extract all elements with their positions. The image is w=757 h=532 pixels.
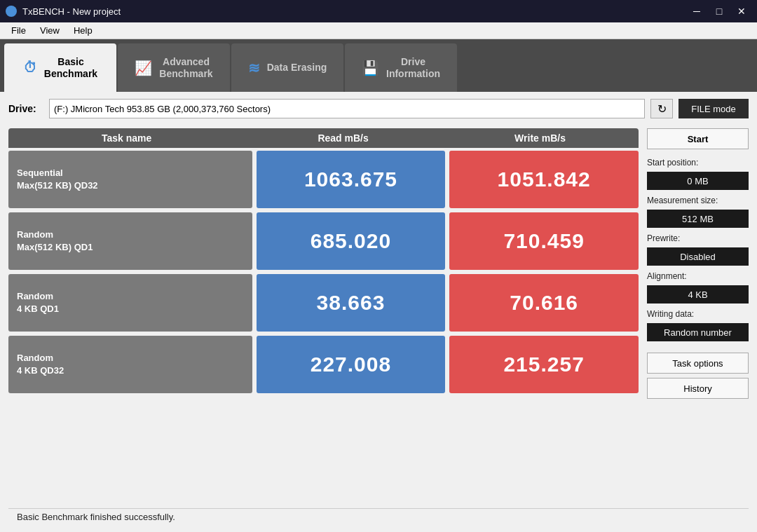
table-row: Random4 KB QD32 227.008 215.257 bbox=[8, 336, 639, 393]
advanced-benchmark-label: AdvancedBenchmark bbox=[159, 56, 212, 80]
write-random-4kb-qd1: 70.616 bbox=[449, 274, 639, 332]
right-panel: Start Start position: 0 MB Measurement s… bbox=[647, 128, 749, 503]
drive-select[interactable]: (F:) JMicron Tech 953.85 GB (2,000,373,7… bbox=[49, 99, 645, 118]
drive-information-label: DriveInformation bbox=[386, 56, 440, 80]
write-random-4kb-qd32: 215.257 bbox=[449, 336, 639, 393]
basic-benchmark-icon: ⏱ bbox=[23, 60, 37, 76]
alignment-value: 4 KB bbox=[647, 285, 749, 303]
toolbar: ⏱ BasicBenchmark 📈 AdvancedBenchmark ≋ D… bbox=[0, 39, 757, 92]
drive-refresh-button[interactable]: ↻ bbox=[650, 99, 673, 118]
task-sequential-qd32: SequentialMax(512 KB) QD32 bbox=[8, 151, 252, 208]
menu-bar: File View Help bbox=[0, 22, 757, 39]
title-bar-controls: ─ □ ✕ bbox=[687, 4, 751, 18]
benchmark-table: Task name Read mB/s Write mB/s Sequentia… bbox=[8, 128, 639, 503]
status-bar: Basic Benchmark finished successfully. bbox=[8, 508, 749, 525]
status-text: Basic Benchmark finished successfully. bbox=[17, 512, 175, 522]
writing-data-value: Random number bbox=[647, 323, 749, 341]
writing-data-label: Writing data: bbox=[647, 309, 749, 319]
menu-view[interactable]: View bbox=[34, 24, 65, 37]
content-area: Drive: (F:) JMicron Tech 953.85 GB (2,00… bbox=[0, 92, 757, 532]
data-erasing-icon: ≋ bbox=[248, 60, 260, 76]
advanced-benchmark-icon: 📈 bbox=[135, 60, 152, 76]
start-position-value: 0 MB bbox=[647, 172, 749, 190]
read-random-512kb-qd1: 685.020 bbox=[257, 212, 446, 270]
menu-file[interactable]: File bbox=[6, 24, 32, 37]
header-read: Read mB/s bbox=[245, 132, 442, 144]
table-row: SequentialMax(512 KB) QD32 1063.675 1051… bbox=[8, 151, 639, 208]
read-random-4kb-qd32: 227.008 bbox=[257, 336, 446, 393]
window-title: TxBENCH - New project bbox=[22, 6, 121, 17]
read-sequential-qd32: 1063.675 bbox=[257, 151, 446, 208]
tab-basic-benchmark[interactable]: ⏱ BasicBenchmark bbox=[4, 43, 116, 92]
task-random-512kb-qd1: RandomMax(512 KB) QD1 bbox=[8, 212, 252, 270]
table-header: Task name Read mB/s Write mB/s bbox=[8, 128, 639, 148]
data-erasing-label: Data Erasing bbox=[267, 62, 327, 74]
minimize-button[interactable]: ─ bbox=[687, 4, 707, 18]
task-options-button[interactable]: Task options bbox=[647, 353, 749, 374]
table-row: Random4 KB QD1 38.663 70.616 bbox=[8, 274, 639, 332]
drive-select-wrapper: (F:) JMicron Tech 953.85 GB (2,000,373,7… bbox=[49, 99, 645, 118]
prewrite-value: Disabled bbox=[647, 247, 749, 266]
start-button[interactable]: Start bbox=[647, 128, 749, 149]
main-area: Task name Read mB/s Write mB/s Sequentia… bbox=[8, 128, 749, 503]
file-mode-button[interactable]: FILE mode bbox=[678, 99, 749, 118]
table-row: RandomMax(512 KB) QD1 685.020 710.459 bbox=[8, 212, 639, 270]
title-bar: TxBENCH - New project ─ □ ✕ bbox=[0, 0, 757, 22]
tab-data-erasing[interactable]: ≋ Data Erasing bbox=[231, 43, 343, 92]
title-bar-left: TxBENCH - New project bbox=[6, 6, 121, 17]
read-random-4kb-qd1: 38.663 bbox=[257, 274, 446, 332]
menu-help[interactable]: Help bbox=[68, 24, 98, 37]
close-button[interactable]: ✕ bbox=[732, 4, 751, 18]
app-icon bbox=[6, 6, 17, 17]
write-random-512kb-qd1: 710.459 bbox=[449, 212, 639, 270]
drive-information-icon: 💾 bbox=[362, 60, 379, 76]
basic-benchmark-label: BasicBenchmark bbox=[44, 56, 97, 80]
header-write: Write mB/s bbox=[442, 132, 639, 144]
bench-rows: SequentialMax(512 KB) QD32 1063.675 1051… bbox=[8, 151, 639, 393]
drive-row: Drive: (F:) JMicron Tech 953.85 GB (2,00… bbox=[8, 99, 749, 118]
task-random-4kb-qd32: Random4 KB QD32 bbox=[8, 336, 252, 393]
alignment-label: Alignment: bbox=[647, 271, 749, 281]
restore-button[interactable]: □ bbox=[709, 4, 729, 18]
measurement-size-value: 512 MB bbox=[647, 210, 749, 228]
task-random-4kb-qd1: Random4 KB QD1 bbox=[8, 274, 252, 332]
write-sequential-qd32: 1051.842 bbox=[449, 151, 639, 208]
start-position-label: Start position: bbox=[647, 158, 749, 168]
tab-drive-information[interactable]: 💾 DriveInformation bbox=[345, 43, 457, 92]
history-button[interactable]: History bbox=[647, 378, 749, 399]
tab-advanced-benchmark[interactable]: 📈 AdvancedBenchmark bbox=[118, 43, 230, 92]
measurement-size-label: Measurement size: bbox=[647, 196, 749, 205]
header-task-name: Task name bbox=[8, 132, 245, 144]
prewrite-label: Prewrite: bbox=[647, 233, 749, 243]
drive-label: Drive: bbox=[8, 103, 43, 114]
